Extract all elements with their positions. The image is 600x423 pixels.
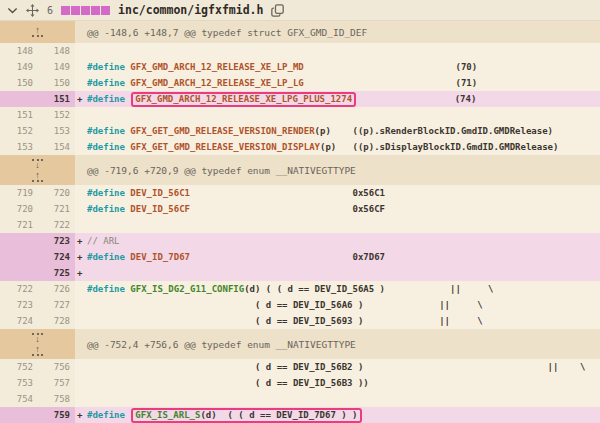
new-line-number[interactable]: 723 <box>38 233 75 249</box>
expand-up-button[interactable]: ↑ <box>32 346 43 357</box>
new-line-number[interactable]: 154 <box>38 139 75 155</box>
old-line-number[interactable]: 752 <box>0 359 38 375</box>
expand-down-icon: ↓ <box>35 162 40 169</box>
old-line-number[interactable]: 723 <box>0 297 38 313</box>
copy-path-button[interactable] <box>271 4 284 17</box>
new-line-number[interactable]: 757 <box>38 375 75 391</box>
new-line-number[interactable]: 720 <box>38 185 75 201</box>
new-line-number[interactable]: 725 <box>38 265 75 281</box>
diff-row: 148148 <box>0 43 600 59</box>
file-path: inc/common/igfxfmid.h <box>118 3 263 17</box>
expand-down-button[interactable]: ↓ <box>32 332 43 343</box>
diff-marker: + <box>75 233 87 249</box>
diff-marker <box>75 123 87 139</box>
new-line-number[interactable]: 758 <box>38 391 75 407</box>
new-line-number[interactable]: 756 <box>38 359 75 375</box>
code-line: ( d == DEV_ID_56A6 ) || \ <box>87 297 600 313</box>
new-line-number[interactable]: 724 <box>38 249 75 265</box>
diff-marker <box>75 59 87 75</box>
old-line-number[interactable] <box>0 407 38 423</box>
hunk-header: ↓↑@@ -752,4 +756,6 @@ typedef enum __NAT… <box>0 329 600 359</box>
old-line-number[interactable] <box>0 233 38 249</box>
expand-down-button[interactable]: ↓ <box>32 158 43 169</box>
new-line-number[interactable]: 759 <box>38 407 75 423</box>
code-segment: 0x56CF <box>190 204 385 214</box>
collapse-file-button[interactable] <box>7 5 18 16</box>
diff-marker: + <box>75 249 87 265</box>
code-segment: #define <box>87 284 130 294</box>
old-line-number[interactable]: 722 <box>0 281 38 297</box>
new-line-number[interactable]: 722 <box>38 217 75 233</box>
hunk-header: ↑@@ -148,6 +148,7 @@ typedef struct GFX_… <box>0 21 600 43</box>
old-line-number[interactable]: 720 <box>0 201 38 217</box>
code-segment: GFX_GET_GMD_RELEASE_VERSION_DISPLAY <box>130 142 320 152</box>
code-segment: ( d == DEV_ID_5693 ) || \ <box>87 316 483 326</box>
old-line-number[interactable]: 149 <box>0 59 38 75</box>
new-line-number[interactable]: 721 <box>38 201 75 217</box>
code-line: #define DEV_ID_56C1 0x56C1 <box>87 185 600 201</box>
old-line-number[interactable] <box>0 265 38 281</box>
new-line-number[interactable]: 150 <box>38 75 75 91</box>
copy-icon <box>271 4 284 17</box>
code-line: #define DEV_ID_7D67 0x7D67 <box>87 249 600 265</box>
diff-row: 151152 <box>0 107 600 123</box>
old-line-number[interactable]: 150 <box>0 75 38 91</box>
new-line-number[interactable]: 148 <box>38 43 75 59</box>
old-line-number[interactable]: 148 <box>0 43 38 59</box>
old-line-number[interactable]: 152 <box>0 123 38 139</box>
new-line-number[interactable]: 728 <box>38 313 75 329</box>
old-line-number[interactable]: 754 <box>0 391 38 407</box>
expand-up-button[interactable]: ↑ <box>32 172 43 183</box>
old-line-number[interactable]: 753 <box>0 375 38 391</box>
code-line: #define DEV_ID_56CF 0x56CF <box>87 201 600 217</box>
diff-marker: + <box>75 265 87 281</box>
code-segment: (d) ( ( d == DEV_ID_7D67 ) ) <box>200 410 357 420</box>
code-segment: DEV_ID_56CF <box>130 204 190 214</box>
code-segment: GFX_IS_ARL_S <box>135 410 200 420</box>
new-line-number[interactable]: 153 <box>38 123 75 139</box>
old-line-number[interactable]: 151 <box>0 107 38 123</box>
code-line: #define GFX_GET_GMD_RELEASE_VERSION_REND… <box>87 123 600 139</box>
expand-up-icon: ↑ <box>35 346 40 353</box>
diff-row: 753757 ( d == DEV_ID_56B3 )) <box>0 375 600 391</box>
code-line: // ARL <box>87 233 600 249</box>
code-segment: 0x56C1 <box>190 188 385 198</box>
changes-count: 6 <box>47 5 53 16</box>
old-line-number[interactable]: 719 <box>0 185 38 201</box>
diffstat <box>61 6 110 15</box>
code-line: #define GFX_GMD_ARCH_12_RELEASE_XE_LP_LG… <box>87 75 600 91</box>
code-segment: // ARL <box>87 236 120 246</box>
code-segment: #define <box>87 142 130 152</box>
dashed-line <box>32 354 43 356</box>
diff-marker <box>75 201 87 217</box>
old-line-number[interactable]: 153 <box>0 139 38 155</box>
new-line-number[interactable]: 149 <box>38 59 75 75</box>
new-line-number[interactable]: 726 <box>38 281 75 297</box>
old-line-number[interactable]: 724 <box>0 313 38 329</box>
diff-marker: + <box>75 91 87 107</box>
old-line-number[interactable]: 721 <box>0 217 38 233</box>
diff-row: 722726#define GFX_IS_DG2_G11_CONFIG(d) (… <box>0 281 600 297</box>
code-line <box>87 391 600 407</box>
new-line-number[interactable]: 151 <box>38 91 75 107</box>
new-line-number[interactable]: 727 <box>38 297 75 313</box>
dashed-line <box>32 180 43 182</box>
expand-up-button[interactable]: ↑ <box>32 27 43 38</box>
old-line-number[interactable] <box>0 91 38 107</box>
hunk-header: ↓↑@@ -719,6 +720,9 @@ typedef enum __NAT… <box>0 155 600 185</box>
old-line-number[interactable] <box>0 249 38 265</box>
code-segment: GFX_GMD_ARCH_12_RELEASE_XE_LP_LG <box>130 78 303 88</box>
diffstat-block <box>101 6 110 15</box>
move-icon <box>26 4 39 17</box>
code-segment: (d) ( ( d == DEV_ID_56A5 ) || \ <box>244 284 493 294</box>
code-segment: DEV_ID_56C1 <box>130 188 190 198</box>
code-segment: ( d == DEV_ID_56A6 ) || \ <box>87 300 483 310</box>
code-line <box>87 43 600 59</box>
drag-handle[interactable] <box>26 4 39 17</box>
new-line-number[interactable]: 152 <box>38 107 75 123</box>
code-segment: (70) <box>304 62 477 72</box>
diff-marker <box>75 375 87 391</box>
diff-marker <box>75 107 87 123</box>
code-line: ( d == DEV_ID_56B3 )) <box>87 375 600 391</box>
diff-row: 723727 ( d == DEV_ID_56A6 ) || \ <box>0 297 600 313</box>
